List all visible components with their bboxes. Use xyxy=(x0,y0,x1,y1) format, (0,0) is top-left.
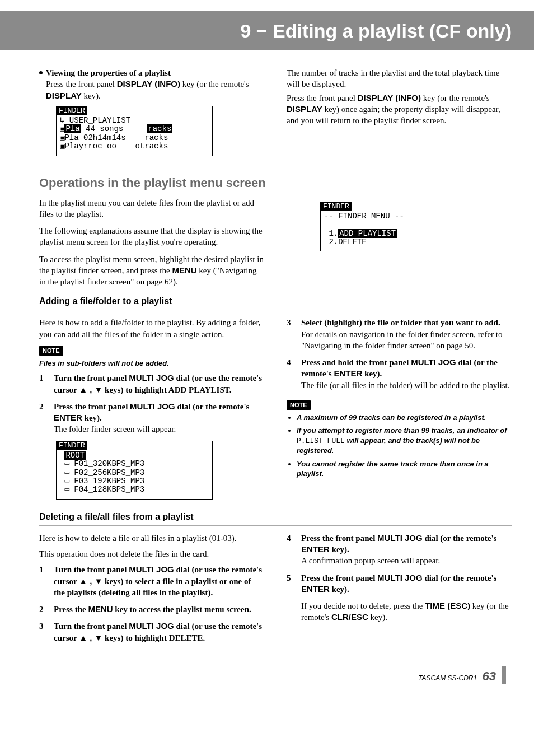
del-p2: This operation does not delete the files… xyxy=(39,548,264,559)
bullet-icon xyxy=(39,71,43,74)
step-body: Press the front panel MULTI JOG dial (or… xyxy=(301,572,512,626)
del-step-1: 1 Turn the front panel MULTI JOG dial (o… xyxy=(39,564,264,598)
step-2: 2 Press the front panel MULTI JOG dial (… xyxy=(39,401,264,435)
page-footer: TASCAM SS-CDR1 63 xyxy=(0,660,534,695)
step-num: 3 xyxy=(39,620,47,643)
step-body: Press the front panel MULTI JOG dial (or… xyxy=(54,401,264,435)
step-num: 4 xyxy=(287,533,294,567)
step-num: 1 xyxy=(39,372,47,395)
del-step-4: 4 Press the front panel MULTI JOG dial (… xyxy=(287,533,512,567)
note-item-c: You cannot register the same track more … xyxy=(297,459,512,479)
add-right: 3 Select (highlight) the file or folder … xyxy=(287,317,512,505)
step-num: 2 xyxy=(39,604,47,615)
section1-p2: The following explanations assume that t… xyxy=(39,225,264,248)
del-body: Here is how to delete a file or all file… xyxy=(39,533,512,649)
figure-finder-playlist: FINDER ↳ USER_PLAYLIST ▣Pla 44 songs rac… xyxy=(56,106,213,156)
sub-rule xyxy=(39,310,512,310)
page: 9 − Editing a playlist (CF only) Viewing… xyxy=(0,11,534,695)
del-step-5: 5 Press the front panel MULTI JOG dial (… xyxy=(287,572,512,626)
intro-right-p2: Press the front panel DISPLAY (INFO) key… xyxy=(287,92,512,127)
section1-p3: To access the playlist menu screen, high… xyxy=(39,254,264,288)
add-body: Here is how to add a file/folder to the … xyxy=(39,317,512,505)
intro-right-p1: The number of tracks in the playlist and… xyxy=(287,67,512,90)
section-rule xyxy=(39,172,512,172)
note-badge: NOTE xyxy=(39,346,63,356)
add-steps-left: 1 Turn the front panel MULTI JOG dial (o… xyxy=(39,372,264,435)
step-num: 5 xyxy=(287,572,294,626)
del-p1: Here is how to delete a file or all file… xyxy=(39,533,264,544)
step-body: Press and hold the front panel MULTI JOG… xyxy=(301,357,512,391)
section-heading-operations: Operations in the playlist menu screen xyxy=(39,176,512,190)
step-body: Turn the front panel MULTI JOG dial (or … xyxy=(54,372,264,395)
figure-finder-menu: FINDER -- FINDER MENU -- 1.ADD PLAYLIST … xyxy=(320,202,460,252)
step-1: 1 Turn the front panel MULTI JOG dial (o… xyxy=(39,372,264,395)
intro-section: Viewing the properties of a playlist Pre… xyxy=(39,67,512,162)
fig3-body: ROOT ▭ F01_320KBPS_MP3 ▭ F02_256KBPS_MP3… xyxy=(57,450,212,499)
subsection-heading-deleting: Deleting a file/all files from a playlis… xyxy=(39,512,512,522)
add-left: Here is how to add a file/folder to the … xyxy=(39,317,264,505)
del-step-3: 3 Turn the front panel MULTI JOG dial (o… xyxy=(39,620,264,643)
del-steps-right: 4 Press the front panel MULTI JOG dial (… xyxy=(287,533,512,626)
sub-rule-2 xyxy=(39,525,512,526)
section1-body: In the playlist menu you can delete file… xyxy=(39,197,512,290)
step-4: 4 Press and hold the front panel MULTI J… xyxy=(287,357,512,391)
step-num: 3 xyxy=(287,317,294,351)
intro-left-col: Viewing the properties of a playlist Pre… xyxy=(39,67,264,162)
section1-p1: In the playlist menu you can delete file… xyxy=(39,197,264,220)
step-num: 4 xyxy=(287,357,294,391)
del-right: 4 Press the front panel MULTI JOG dial (… xyxy=(287,533,512,649)
note-item-a: A maximum of 99 tracks can be registered… xyxy=(297,413,512,423)
bullet-body: Viewing the properties of a playlist Pre… xyxy=(46,67,264,101)
section1-left: In the playlist menu you can delete file… xyxy=(39,197,264,290)
note-text: Files in sub-folders will not be added. xyxy=(39,358,264,368)
bullet-item: Viewing the properties of a playlist Pre… xyxy=(39,67,264,101)
intro-text: Press the front panel DISPLAY (INFO) key… xyxy=(46,80,249,100)
fig3-header: FINDER xyxy=(57,441,87,450)
fig2-header: FINDER xyxy=(321,202,352,211)
note-item-b: If you attempt to register more than 99 … xyxy=(297,426,512,456)
step-body: Select (highlight) the file or folder th… xyxy=(301,317,512,351)
note-list: A maximum of 99 tracks can be registered… xyxy=(287,413,512,479)
figure-folder-finder: FINDER ROOT ▭ F01_320KBPS_MP3 ▭ F02_256K… xyxy=(56,441,213,500)
del-step-2: 2 Press the MENU key to access the playl… xyxy=(39,604,264,615)
step-body: Press the front panel MULTI JOG dial (or… xyxy=(301,533,512,567)
step-body: Turn the front panel MULTI JOG dial (or … xyxy=(54,620,264,643)
intro-right-col: The number of tracks in the playlist and… xyxy=(287,67,512,162)
step-num: 2 xyxy=(39,401,47,435)
add-steps-right: 3 Select (highlight) the file or folder … xyxy=(287,317,512,391)
title-band: 9 − Editing a playlist (CF only) xyxy=(0,11,534,50)
step-body: Press the MENU key to access the playlis… xyxy=(54,604,264,615)
fig-body: ↳ USER_PLAYLIST ▣Pla 44 songs racks ▣Pla… xyxy=(57,115,212,156)
footer-model: TASCAM SS-CDR1 xyxy=(418,674,477,682)
fig2-body: -- FINDER MENU -- 1.ADD PLAYLIST 2.DELET… xyxy=(321,211,460,251)
subsection-heading-adding: Adding a file/folder to a playlist xyxy=(39,296,512,306)
step-num: 1 xyxy=(39,564,47,598)
note-badge-2: NOTE xyxy=(287,400,311,410)
content-area: Viewing the properties of a playlist Pre… xyxy=(0,50,534,660)
bullet-title: Viewing the properties of a playlist xyxy=(46,68,171,77)
section1-right: FINDER -- FINDER MENU -- 1.ADD PLAYLIST … xyxy=(287,197,512,290)
add-left-p: Here is how to add a file/folder to the … xyxy=(39,317,264,340)
del-left: Here is how to delete a file or all file… xyxy=(39,533,264,649)
step-3: 3 Select (highlight) the file or folder … xyxy=(287,317,512,351)
fig-header: FINDER xyxy=(57,106,87,115)
page-number: 63 xyxy=(483,669,496,683)
step-body: Turn the front panel MULTI JOG dial (or … xyxy=(54,564,264,598)
del-steps-left: 1 Turn the front panel MULTI JOG dial (o… xyxy=(39,564,264,643)
page-title: 9 − Editing a playlist (CF only) xyxy=(240,20,512,42)
